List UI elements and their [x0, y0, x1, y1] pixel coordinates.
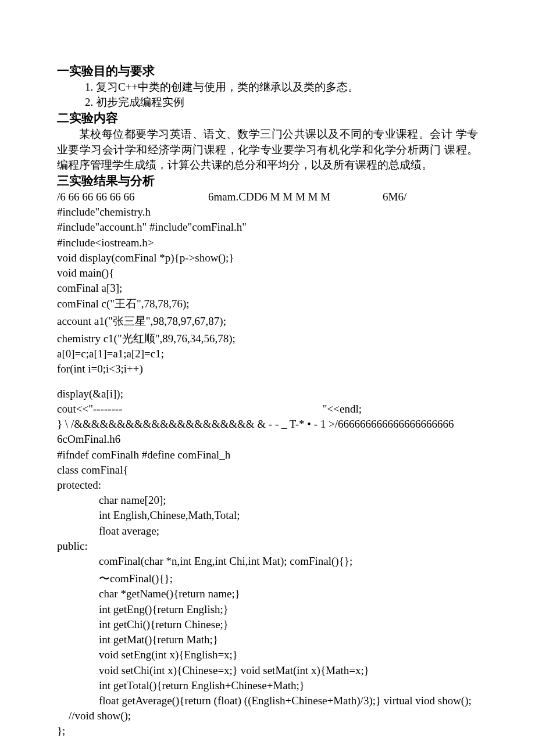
code-line: int getTotal(){return English+Chinese+Ma… — [57, 678, 478, 693]
code-line: }; — [57, 723, 478, 739]
code-line: protected: — [57, 478, 478, 493]
code-line: void main(){ — [57, 266, 478, 281]
code-line: public: — [57, 539, 478, 554]
section3-heading: 三实验结果与分析 — [57, 173, 478, 189]
code-line: //void show(); — [57, 708, 478, 723]
code-line: void setEng(int x){English=x;} — [57, 647, 478, 662]
code-line: #include"chemistry.h — [57, 205, 478, 220]
code-line: int getEng(){return English;} — [57, 602, 478, 617]
code-line: char *getName(){return name;} — [57, 586, 478, 601]
list-item-1: 1. 复习C++中类的创建与使用，类的继承以及类的多态。 — [57, 80, 478, 95]
code-line: comFinal a[3]; — [57, 281, 478, 296]
code-fragment: /6 66 66 66 66 66 — [57, 189, 208, 205]
document-page: 一实验目的与要求 1. 复习C++中类的创建与使用，类的继承以及类的多态。 2.… — [0, 0, 535, 756]
code-line: display(&a[i]); — [57, 386, 478, 402]
code-line: cout<<"-------- "<<endl; — [57, 402, 478, 417]
code-fragment: 6mam.CDD6 M M M M M — [208, 189, 383, 205]
code-line: /6 66 66 66 66 66 6mam.CDD6 M M M M M 6M… — [57, 189, 478, 205]
code-fragment: "<<endl; — [323, 402, 362, 417]
code-line: account a1("张三星",98,78,97,67,87); — [57, 314, 478, 329]
code-fragment: cout<<"-------- — [57, 402, 123, 417]
code-line: #include<iostream.h> — [57, 235, 478, 250]
section2-body: 某校每位都要学习英语、语文、数学三门公共课以及不同的专业课程。会计 学专业要学习… — [57, 127, 478, 173]
code-line: float getAverage(){return (float) ((Engl… — [57, 693, 478, 708]
code-line: char name[20]; — [57, 493, 478, 508]
code-line: comFinal(char *n,int Eng,int Chi,int Mat… — [57, 554, 478, 569]
code-line: a[0]=c;a[1]=a1;a[2]=c1; — [57, 346, 478, 361]
code-line: } \ /&&&&&&&&&&&&&&&&&&&&& & - - _ T-* •… — [57, 417, 478, 447]
code-line: void display(comFinal *p){p->show();} — [57, 250, 478, 266]
code-line: float average; — [57, 524, 478, 539]
code-line: class comFinal{ — [57, 463, 478, 478]
code-fragment: 6M6/ — [383, 189, 406, 205]
code-line: int getChi(){return Chinese;} — [57, 617, 478, 632]
list-item-2: 2. 初步完成编程实例 — [57, 95, 478, 110]
section1-heading: 一实验目的与要求 — [57, 63, 478, 80]
code-line: int getMat(){return Math;} — [57, 632, 478, 647]
code-line: 〜comFinal(){}; — [57, 571, 478, 586]
code-line: comFinal c("王石",78,78,76); — [57, 296, 478, 311]
code-line: void setChi(int x){Chinese=x;} void setM… — [57, 663, 478, 678]
blank-line — [57, 377, 478, 386]
code-line: chemistry c1("光红顺",89,76,34,56,78); — [57, 331, 478, 346]
code-line: #ifndef comFinalh #define comFinal_h — [57, 447, 478, 463]
code-line: int English,Chinese,Math,Total; — [57, 508, 478, 523]
code-line: #include"account.h" #include"comFinal.h" — [57, 220, 478, 235]
section2-heading: 二实验内容 — [57, 110, 478, 127]
code-line: for(int i=0;i<3;i++) — [57, 361, 478, 377]
